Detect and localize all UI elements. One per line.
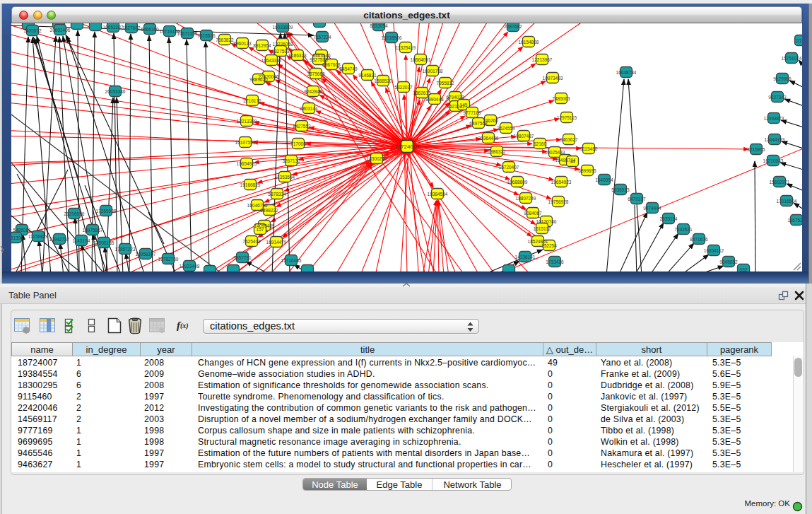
svg-text:11325419: 11325419 (396, 45, 416, 50)
svg-text:17016504: 17016504 (777, 199, 797, 204)
svg-text:11124: 11124 (794, 38, 802, 43)
svg-text:3624554: 3624554 (497, 126, 515, 131)
svg-text:2803144: 2803144 (300, 106, 318, 111)
svg-text:331394: 331394 (11, 235, 23, 240)
svg-text:6479197: 6479197 (628, 197, 646, 201)
svg-text:8813054: 8813054 (370, 23, 388, 28)
svg-text:2967608: 2967608 (322, 62, 341, 67)
svg-text:8427552: 8427552 (293, 124, 311, 129)
svg-text:14136141: 14136141 (515, 255, 536, 259)
svg-text:8990448: 8990448 (425, 97, 444, 102)
svg-text:17957223: 17957223 (115, 247, 136, 252)
svg-text:16782759: 16782759 (158, 257, 179, 262)
svg-text:18807249: 18807249 (516, 196, 536, 201)
svg-text:746266: 746266 (483, 118, 498, 123)
svg-text:7663822: 7663822 (216, 37, 234, 42)
svg-text:145: 145 (460, 103, 468, 107)
svg-text:9115460: 9115460 (580, 146, 598, 151)
svg-text:1145194: 1145194 (73, 238, 90, 243)
svg-text:10653287: 10653287 (103, 25, 124, 30)
svg-text:1167533: 1167533 (788, 218, 802, 223)
svg-text:2935114: 2935114 (660, 216, 678, 221)
svg-text:10107552: 10107552 (235, 140, 256, 145)
svg-text:9327503: 9327503 (271, 49, 290, 54)
svg-text:6794028: 6794028 (446, 95, 464, 100)
svg-text:16154808: 16154808 (519, 40, 539, 45)
svg-text:9146821: 9146821 (358, 73, 377, 78)
svg-text:19654923: 19654923 (551, 180, 572, 185)
svg-text:12213389: 12213389 (237, 119, 257, 124)
svg-text:7625402: 7625402 (242, 239, 261, 244)
svg-text:8454749: 8454749 (339, 66, 358, 71)
svg-text:5322037: 5322037 (394, 85, 413, 90)
svg-text:19958107: 19958107 (136, 252, 156, 257)
svg-text:19975867: 19975867 (83, 228, 103, 233)
svg-text:20206536: 20206536 (64, 211, 85, 216)
svg-text:16901758: 16901758 (423, 69, 443, 74)
svg-text:16046756: 16046756 (247, 203, 268, 208)
svg-text:9327508: 9327508 (310, 57, 328, 62)
svg-text:9227343: 9227343 (768, 95, 787, 100)
svg-text:19384554: 19384554 (428, 192, 448, 197)
svg-text:252254: 252254 (541, 243, 557, 248)
svg-text:18300295: 18300295 (367, 156, 387, 161)
svg-text:8960123: 8960123 (233, 41, 252, 46)
svg-text:10807487: 10807487 (514, 134, 534, 139)
svg-text:9777169: 9777169 (463, 110, 481, 115)
svg-text:10120746: 10120746 (536, 219, 557, 224)
svg-text:20364436: 20364436 (478, 136, 499, 141)
svg-text:1640954: 1640954 (595, 177, 613, 182)
svg-text:9463627: 9463627 (560, 137, 578, 142)
svg-text:9129966: 9129966 (773, 76, 792, 81)
svg-text:19218506: 19218506 (382, 35, 402, 40)
svg-text:5878334: 5878334 (268, 192, 286, 197)
svg-text:44: 44 (570, 159, 575, 164)
svg-text:18664091: 18664091 (411, 57, 431, 62)
svg-text:3875685: 3875685 (307, 71, 325, 76)
svg-text:16648784: 16648784 (616, 70, 637, 75)
svg-text:10688609: 10688609 (507, 180, 528, 185)
svg-text:17942737: 17942737 (49, 237, 70, 242)
svg-text:1588520: 1588520 (374, 78, 392, 83)
svg-text:20053346: 20053346 (105, 89, 126, 94)
svg-text:6899695: 6899695 (578, 168, 596, 173)
svg-text:16914479: 16914479 (266, 240, 287, 245)
svg-text:16210643: 16210643 (763, 158, 784, 163)
svg-text:62160: 62160 (534, 141, 546, 146)
svg-text:1362615: 1362615 (413, 90, 431, 95)
svg-text:532: 532 (740, 267, 748, 271)
svg-text:15720407: 15720407 (499, 165, 519, 170)
svg-text:8912954: 8912954 (253, 43, 271, 48)
svg-text:7955812: 7955812 (436, 81, 454, 86)
svg-text:15751074: 15751074 (782, 56, 802, 61)
svg-text:12975115: 12975115 (557, 115, 577, 120)
svg-text:15692971: 15692971 (770, 180, 790, 185)
svg-text:5938923: 5938923 (611, 187, 630, 192)
svg-text:7632621: 7632621 (674, 227, 693, 232)
svg-text:1733426: 1733426 (546, 259, 564, 264)
svg-text:5485081: 5485081 (13, 228, 31, 233)
svg-text:9857791: 9857791 (233, 255, 252, 260)
svg-text:2716176: 2716176 (243, 98, 261, 103)
svg-text:7515526: 7515526 (197, 33, 216, 38)
svg-text:717006: 717006 (290, 141, 306, 146)
svg-text:10654112: 10654112 (704, 248, 724, 253)
svg-text:19654925: 19654925 (237, 161, 257, 166)
svg-text:9245652: 9245652 (719, 259, 738, 264)
svg-text:6466160: 6466160 (141, 27, 159, 32)
svg-text:12923448: 12923448 (180, 264, 200, 269)
svg-text:6498222: 6498222 (260, 208, 278, 213)
svg-text:(x): (x) (180, 322, 189, 330)
svg-text:19166825: 19166825 (240, 182, 261, 187)
svg-text:2087682: 2087682 (504, 24, 522, 29)
svg-text:3267130: 3267130 (282, 158, 300, 163)
svg-text:10025433: 10025433 (545, 150, 565, 155)
svg-text:8215955: 8215955 (747, 147, 765, 152)
svg-text:8471676: 8471676 (690, 237, 708, 242)
svg-text:1527602: 1527602 (122, 25, 141, 30)
svg-text:1615112: 1615112 (534, 226, 551, 231)
svg-text:12444193: 12444193 (765, 137, 785, 142)
svg-text:9889620: 9889620 (249, 77, 268, 82)
svg-text:10671355: 10671355 (177, 31, 198, 36)
svg-text:10973493: 10973493 (543, 76, 563, 81)
